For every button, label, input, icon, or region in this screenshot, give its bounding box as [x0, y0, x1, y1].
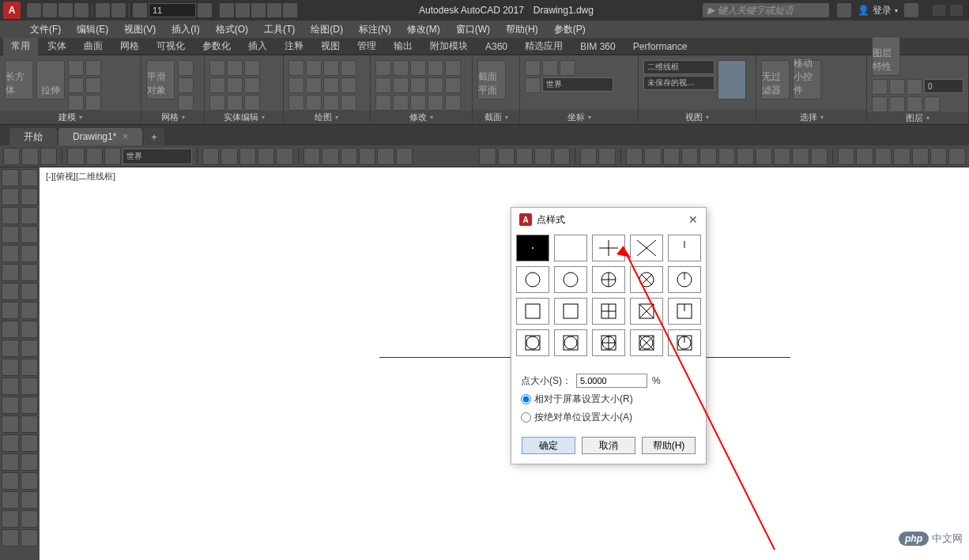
ic[interactable] — [178, 60, 194, 76]
point-size-input[interactable] — [576, 374, 647, 388]
ic[interactable] — [288, 77, 304, 93]
ic[interactable] — [907, 79, 922, 95]
block-icon[interactable] — [2, 283, 19, 300]
ic[interactable] — [393, 95, 409, 111]
menu-dim[interactable]: 标注(N) — [353, 23, 398, 36]
tool-icon[interactable] — [21, 359, 38, 376]
rtab-visual[interactable]: 可视化 — [149, 38, 193, 55]
rtab-bim360[interactable]: BIM 360 — [572, 38, 624, 55]
drawing-canvas[interactable]: [-][俯视][二维线框] A 点样式 ✕ — [40, 167, 969, 560]
ts-icon[interactable] — [930, 148, 947, 165]
group-label[interactable]: 视图 — [639, 110, 756, 124]
rtab-view[interactable]: 视图 — [313, 38, 348, 55]
menu-edit[interactable]: 编辑(E) — [70, 23, 115, 36]
ic[interactable] — [872, 96, 888, 112]
smooth-button[interactable]: 平滑对象 — [146, 60, 175, 100]
revcloud-icon[interactable] — [21, 226, 38, 243]
ic[interactable] — [428, 95, 443, 111]
ts-icon[interactable] — [737, 148, 753, 165]
rtab-solid[interactable]: 实体 — [40, 38, 74, 55]
qat-misc2-icon[interactable] — [283, 3, 297, 17]
qat-new-icon[interactable] — [27, 3, 41, 17]
pstyle-circle-x[interactable] — [630, 266, 663, 293]
ic[interactable] — [227, 77, 243, 93]
ic[interactable] — [889, 96, 905, 112]
maximize-icon[interactable] — [950, 5, 963, 16]
ic[interactable] — [542, 60, 558, 76]
ts-icon[interactable] — [553, 148, 570, 165]
ts-icon[interactable] — [856, 148, 873, 165]
ts-icon[interactable] — [774, 148, 790, 165]
qat-misc1-icon[interactable] — [267, 3, 281, 17]
infocenter-icon[interactable] — [837, 3, 851, 17]
menu-format[interactable]: 格式(O) — [209, 23, 255, 36]
qat-undo-icon[interactable] — [96, 3, 110, 17]
rtab-insert[interactable]: 插入 — [240, 38, 275, 55]
spline-icon[interactable] — [2, 245, 19, 262]
menu-modify[interactable]: 修改(M) — [401, 23, 447, 36]
tool-icon[interactable] — [2, 415, 19, 433]
box-button[interactable]: 长方体 — [5, 60, 33, 100]
menu-insert[interactable]: 插入(I) — [165, 23, 205, 36]
ic[interactable] — [306, 95, 322, 111]
ts-icon[interactable] — [663, 148, 680, 165]
close-icon[interactable]: × — [123, 131, 128, 142]
ic[interactable] — [209, 60, 225, 76]
ts-icon[interactable] — [792, 148, 809, 165]
ts-icon[interactable] — [699, 148, 716, 165]
pstyle-square-tick[interactable] — [668, 298, 701, 325]
rtab-output[interactable]: 输出 — [386, 38, 420, 55]
pstyle-circle-blank[interactable] — [554, 266, 587, 293]
ic[interactable] — [288, 60, 304, 76]
view-big-button[interactable] — [718, 60, 746, 100]
ic[interactable] — [924, 96, 940, 112]
tool-icon[interactable] — [2, 453, 19, 471]
pstyle-sq-circle-plus[interactable] — [592, 329, 625, 356]
savedview-combo[interactable]: 未保存的视… — [643, 76, 714, 90]
exchange-icon[interactable] — [904, 3, 918, 17]
tool-icon[interactable] — [2, 378, 19, 395]
ic[interactable] — [306, 77, 322, 93]
ic[interactable] — [209, 77, 225, 93]
region-icon[interactable] — [21, 302, 38, 319]
ic[interactable] — [85, 95, 101, 111]
menu-window[interactable]: 窗口(W) — [450, 23, 496, 36]
pstyle-sq-circle-x[interactable] — [630, 329, 663, 356]
pline-icon[interactable] — [2, 188, 19, 205]
ts-icon[interactable] — [341, 148, 357, 165]
tool-icon[interactable] — [21, 321, 38, 338]
ic[interactable] — [907, 96, 922, 112]
ts-icon[interactable] — [258, 148, 274, 165]
line-icon[interactable] — [2, 169, 19, 186]
ts-icon[interactable] — [104, 148, 121, 165]
ic[interactable] — [85, 60, 101, 76]
tool-icon[interactable] — [21, 453, 38, 471]
tool-icon[interactable] — [2, 340, 19, 357]
pstyle-sq-circle[interactable] — [516, 329, 549, 356]
pstyle-circle[interactable] — [516, 266, 549, 293]
qat-print-icon[interactable] — [236, 3, 250, 17]
rtab-manage[interactable]: 管理 — [349, 38, 384, 55]
tool-icon[interactable] — [2, 359, 19, 376]
ts-icon[interactable] — [516, 148, 533, 165]
mtext-icon[interactable] — [2, 302, 19, 319]
ic[interactable] — [445, 77, 461, 93]
ic[interactable] — [410, 95, 426, 111]
radio-absolute[interactable]: 按绝对单位设置大小(A) — [521, 411, 632, 424]
tool-icon[interactable] — [2, 321, 19, 338]
qat-dropdown-icon[interactable] — [198, 3, 212, 17]
group-label[interactable]: 截面 — [473, 110, 519, 124]
circle-icon[interactable] — [2, 226, 19, 243]
ucs-combo[interactable]: 世界 — [542, 77, 613, 92]
hatch-icon[interactable] — [2, 264, 19, 281]
dialog-titlebar[interactable]: A 点样式 ✕ — [511, 208, 706, 231]
ts-icon[interactable] — [377, 148, 394, 165]
qat-save-icon[interactable] — [58, 3, 73, 17]
point-icon[interactable] — [21, 264, 38, 281]
ic[interactable] — [323, 77, 339, 93]
ic[interactable] — [306, 60, 322, 76]
viewport-label[interactable]: [-][俯视][二维线框] — [46, 171, 115, 182]
layer-combo[interactable]: 0 — [924, 79, 963, 93]
menu-draw[interactable]: 绘图(D) — [304, 23, 349, 36]
gizmo-button[interactable]: 移动小控件 — [793, 60, 821, 100]
